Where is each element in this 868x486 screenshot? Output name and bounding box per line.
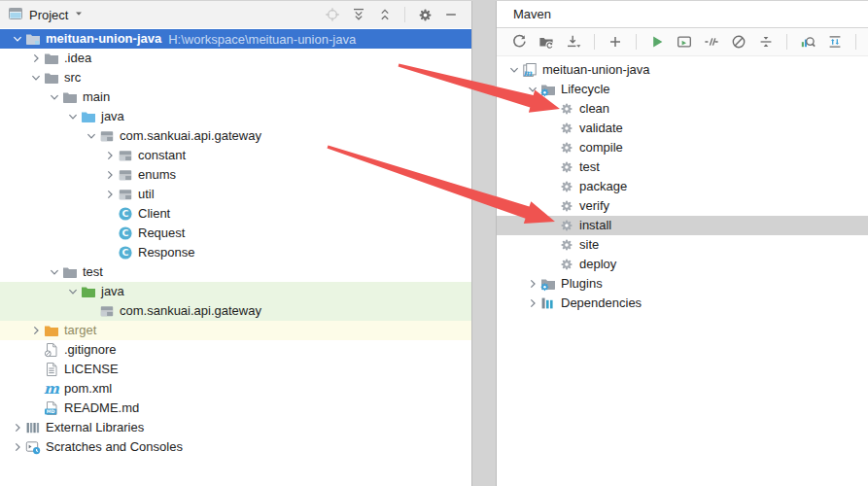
chevron-right-icon[interactable] bbox=[10, 439, 24, 455]
chevron-right-icon[interactable] bbox=[28, 51, 43, 66]
tree-item[interactable]: CResponse bbox=[0, 243, 471, 262]
tree-item[interactable]: MDREADME.md bbox=[0, 399, 471, 418]
tree-item[interactable]: clean bbox=[497, 99, 868, 119]
run-build-button[interactable] bbox=[646, 31, 668, 52]
tree-item-label: Plugins bbox=[561, 276, 603, 292]
settings-button[interactable] bbox=[414, 4, 435, 25]
chevron-right-icon[interactable] bbox=[525, 295, 539, 311]
tree-item[interactable]: test bbox=[0, 262, 471, 282]
hide-button[interactable] bbox=[440, 4, 462, 25]
chevron-right-icon[interactable] bbox=[102, 148, 117, 163]
tree-item[interactable]: CClient bbox=[0, 204, 471, 224]
tree-item[interactable]: main bbox=[0, 87, 471, 107]
tree-item[interactable]: util bbox=[0, 185, 471, 204]
add-maven-project-button[interactable] bbox=[605, 31, 626, 52]
chevron-down-icon[interactable] bbox=[47, 89, 61, 105]
tree-item-label: verify bbox=[579, 198, 609, 214]
tree-item[interactable]: enums bbox=[0, 165, 471, 185]
tree-item[interactable]: mpom.xml bbox=[0, 379, 471, 399]
tree-item[interactable]: com.sankuai.api.gateway bbox=[0, 301, 471, 321]
tree-item[interactable]: External Libraries bbox=[0, 418, 471, 437]
collapse-all-button[interactable] bbox=[374, 4, 396, 25]
chevron-down-icon[interactable] bbox=[84, 128, 98, 144]
maven-toolbar bbox=[497, 28, 868, 56]
tree-item[interactable]: LICENSE bbox=[0, 360, 471, 379]
gear-goal-icon bbox=[558, 101, 575, 117]
gear-goal-icon bbox=[558, 237, 575, 253]
chevron-spacer bbox=[543, 159, 558, 175]
chevron-down-icon[interactable] bbox=[47, 264, 61, 280]
tree-item[interactable]: test bbox=[497, 157, 868, 177]
tree-item-label: site bbox=[579, 237, 599, 253]
tree-item[interactable]: mmeituan-union-java bbox=[497, 60, 868, 80]
chevron-down-icon[interactable] bbox=[65, 109, 80, 124]
toggle-offline-button[interactable] bbox=[728, 31, 749, 52]
analyze-dependencies-button[interactable] bbox=[797, 31, 818, 52]
gear-goal-icon bbox=[558, 257, 575, 272]
generate-sources-button[interactable] bbox=[536, 31, 557, 52]
skip-tests-button[interactable] bbox=[701, 31, 722, 52]
tree-item[interactable]: .gitignore bbox=[0, 340, 471, 360]
resize-button[interactable] bbox=[824, 31, 846, 52]
chevron-right-icon[interactable] bbox=[10, 420, 24, 435]
tree-item[interactable]: package bbox=[497, 177, 868, 196]
chevron-down-icon[interactable] bbox=[506, 62, 521, 78]
tree-item-label: validate bbox=[579, 121, 623, 136]
tree-item[interactable]: meituan-union-javaH:\workspace\meituan-u… bbox=[0, 29, 471, 49]
tree-item[interactable]: site bbox=[497, 235, 868, 255]
tree-item-label: constant bbox=[138, 148, 186, 163]
project-tree: meituan-union-javaH:\workspace\meituan-u… bbox=[0, 28, 471, 457]
chevron-down-icon[interactable] bbox=[10, 31, 24, 47]
collapse-goals-button[interactable] bbox=[755, 31, 777, 52]
refresh-maven-button[interactable] bbox=[508, 31, 530, 52]
tree-item[interactable]: constant bbox=[0, 146, 471, 165]
tree-item[interactable]: com.sankuai.api.gateway bbox=[0, 126, 471, 146]
class-icon: C bbox=[117, 206, 134, 222]
tree-item-label: README.md bbox=[64, 400, 139, 416]
tree-item-label: package bbox=[579, 179, 627, 194]
tree-item[interactable]: deploy bbox=[497, 255, 868, 274]
tree-item[interactable]: java bbox=[0, 107, 471, 126]
tree-item-label: java bbox=[101, 284, 124, 299]
tree-item[interactable]: CRequest bbox=[0, 224, 471, 243]
tree-item[interactable]: src bbox=[0, 68, 471, 87]
tree-item[interactable]: .idea bbox=[0, 49, 471, 68]
tree-item-label: install bbox=[579, 218, 611, 233]
tree-item[interactable]: install bbox=[497, 216, 868, 235]
chevron-right-icon[interactable] bbox=[525, 276, 539, 292]
tree-item[interactable]: target bbox=[0, 321, 471, 340]
tree-item[interactable]: Scratches and Consoles bbox=[0, 437, 471, 457]
tree-item-label: target bbox=[64, 323, 96, 338]
tree-item[interactable]: validate bbox=[497, 119, 868, 138]
download-sources-button[interactable] bbox=[563, 31, 584, 52]
maven-panel: Maven mmeituan-union-javaLifecyclecleanv… bbox=[497, 1, 868, 486]
maven-tree: mmeituan-union-javaLifecyclecleanvalidat… bbox=[497, 56, 868, 313]
chevron-right-icon[interactable] bbox=[28, 323, 43, 338]
tree-item[interactable]: Dependencies bbox=[497, 294, 868, 313]
chevron-right-icon[interactable] bbox=[102, 167, 117, 183]
chevron-down-icon[interactable] bbox=[65, 284, 80, 299]
chevron-down-icon[interactable] bbox=[525, 82, 539, 97]
tree-item-label: meituan-union-java bbox=[542, 62, 650, 78]
tree-item[interactable]: verify bbox=[497, 196, 868, 216]
tree-item-label: External Libraries bbox=[46, 420, 144, 435]
chevron-down-icon[interactable] bbox=[28, 70, 43, 86]
panel-splitter[interactable] bbox=[471, 1, 497, 486]
tree-item[interactable]: compile bbox=[497, 138, 868, 157]
package-icon bbox=[98, 303, 116, 319]
project-tool-window-icon bbox=[8, 6, 23, 24]
folder-selected-icon bbox=[24, 31, 42, 47]
scratches-icon bbox=[24, 439, 42, 455]
tree-item[interactable]: Lifecycle bbox=[497, 80, 868, 99]
chevron-down-icon[interactable] bbox=[72, 7, 86, 23]
chevron-right-icon[interactable] bbox=[102, 187, 117, 202]
chevron-spacer bbox=[543, 179, 558, 194]
folder-gear-icon bbox=[539, 82, 557, 97]
class-icon: C bbox=[117, 226, 134, 241]
expand-all-button[interactable] bbox=[348, 4, 369, 25]
tree-item[interactable]: Plugins bbox=[497, 274, 868, 294]
run-configuration-button[interactable] bbox=[674, 31, 695, 52]
svg-text:m: m bbox=[523, 68, 533, 78]
chevron-spacer bbox=[543, 140, 558, 156]
tree-item[interactable]: java bbox=[0, 282, 471, 301]
